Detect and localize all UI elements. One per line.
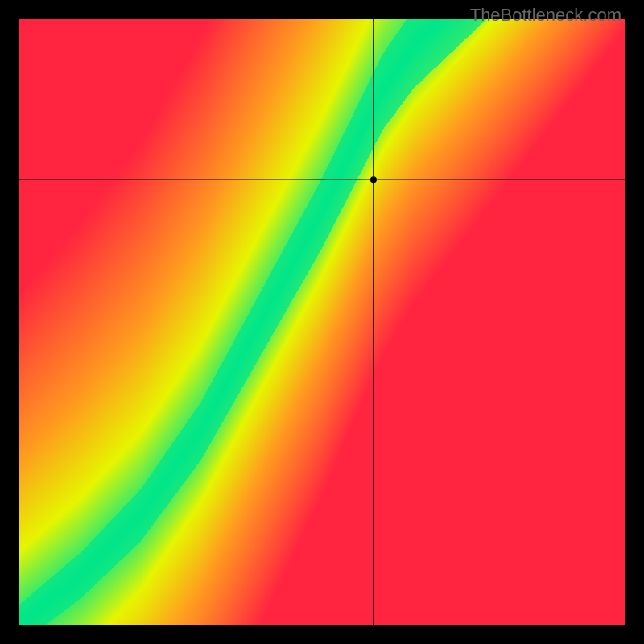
bottleneck-heatmap: TheBottleneck.com xyxy=(0,0,644,644)
watermark-text: TheBottleneck.com xyxy=(470,5,621,26)
heatmap-canvas xyxy=(0,0,644,644)
